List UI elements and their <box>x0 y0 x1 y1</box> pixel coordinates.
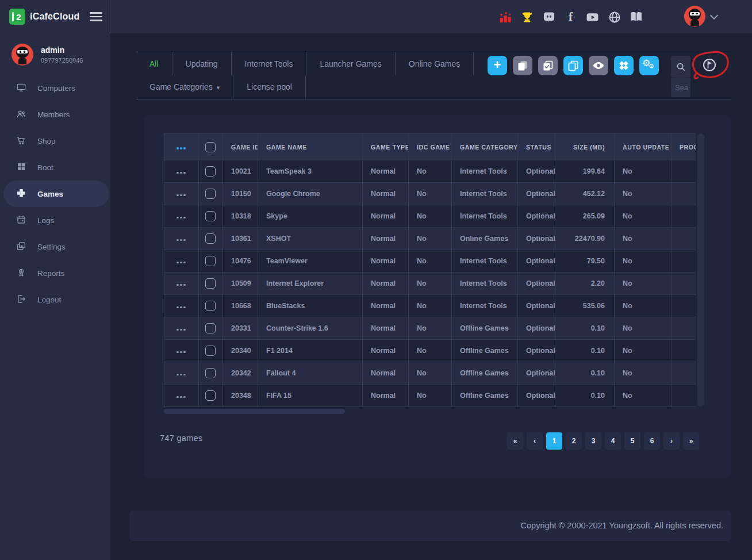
row-checkbox[interactable] <box>205 189 216 199</box>
row-actions-icon[interactable] <box>176 374 186 376</box>
tab-license-pool[interactable]: License pool <box>233 75 306 99</box>
search-input[interactable]: Sea <box>671 78 690 97</box>
tab-internet-tools[interactable]: Internet Tools <box>232 52 307 75</box>
row-checkbox[interactable] <box>205 211 216 221</box>
discord-icon[interactable] <box>542 10 556 24</box>
horizontal-scrollbar-thumb[interactable] <box>164 409 345 414</box>
page-button[interactable]: 6 <box>644 432 660 450</box>
select-all-checkbox[interactable] <box>205 142 216 152</box>
row-actions-icon[interactable] <box>176 239 186 241</box>
tab-launcher-games[interactable]: Launcher Games <box>306 52 395 75</box>
page-button[interactable]: « <box>507 432 523 450</box>
book-icon[interactable] <box>629 10 643 24</box>
cell-size: 535.06 <box>555 295 615 317</box>
row-checkbox[interactable] <box>205 233 216 244</box>
sidebar-item-members[interactable]: Members <box>0 101 110 128</box>
page-button[interactable]: 5 <box>624 432 640 450</box>
copy-check-button[interactable] <box>538 56 558 75</box>
globe-icon[interactable] <box>607 10 621 24</box>
row-actions-icon[interactable] <box>176 396 186 398</box>
row-checkbox[interactable] <box>205 390 216 401</box>
cell-game-category: Offline Games <box>452 362 518 385</box>
ranking-icon[interactable]: ★★★ <box>498 10 512 24</box>
row-checkbox[interactable] <box>205 256 216 266</box>
svg-text:★: ★ <box>508 13 511 16</box>
sidebar-item-computers[interactable]: Computers <box>0 75 110 101</box>
row-actions-icon[interactable] <box>176 329 186 331</box>
sidebar-item-boot[interactable]: Boot <box>0 154 110 181</box>
row-actions-icon[interactable] <box>176 194 186 197</box>
tab-online-games[interactable]: Online Games <box>396 52 474 75</box>
table-header-row: GAME ID GAME NAME GAME TYPE IDC GAME GAM… <box>164 134 696 160</box>
cell-idc-game: No <box>409 362 452 385</box>
cell-progress <box>672 385 696 407</box>
row-checkbox[interactable] <box>205 323 216 333</box>
cell-status: Optional <box>518 340 555 362</box>
youtube-icon[interactable] <box>585 10 600 24</box>
user-avatar[interactable] <box>684 6 705 27</box>
copy-outline-button[interactable] <box>563 56 583 75</box>
sidebar-toggle-hamburger-icon[interactable] <box>90 12 102 24</box>
cell-game-type: Normal <box>363 183 409 205</box>
cell-game-category: Internet Tools <box>452 273 518 295</box>
sidebar-item-shop[interactable]: Shop <box>0 128 110 154</box>
vertical-scrollbar[interactable] <box>697 133 704 406</box>
table-row: 20340 F1 2014 Normal No Offline Games Op… <box>164 340 696 362</box>
row-checkbox[interactable] <box>205 278 216 289</box>
svg-text:★: ★ <box>504 10 507 14</box>
cell-auto-update: No <box>615 317 672 340</box>
page-button[interactable]: 4 <box>605 432 621 450</box>
cell-auto-update: No <box>615 362 672 385</box>
sidebar-item-logout[interactable]: Logout <box>0 286 110 313</box>
diamonds-icon <box>617 59 631 72</box>
cell-game-name: Fallout 4 <box>258 362 363 385</box>
trophy-icon[interactable] <box>520 10 534 24</box>
row-checkbox[interactable] <box>205 301 216 311</box>
row-actions-icon[interactable] <box>176 172 186 174</box>
row-actions-icon[interactable] <box>176 306 186 309</box>
row-actions-icon[interactable] <box>176 217 186 219</box>
cell-idc-game: No <box>409 160 452 183</box>
tab-game-categories[interactable]: Game Categories▾ <box>136 75 233 99</box>
row-actions-icon[interactable] <box>176 284 186 286</box>
header-actions-icon[interactable] <box>176 147 186 149</box>
cell-game-name: FIFA 15 <box>258 385 363 407</box>
cell-game-category: Online Games <box>452 228 518 250</box>
page-button[interactable]: 2 <box>566 432 582 450</box>
row-actions-icon[interactable] <box>176 262 186 264</box>
cell-status: Optional <box>518 160 555 183</box>
search-button[interactable] <box>671 56 690 78</box>
gears-icon: ⚙⚙ <box>642 59 656 72</box>
games-count: 747 games <box>160 433 202 443</box>
earth-flag-icon[interactable] <box>702 57 717 72</box>
page-button[interactable]: » <box>683 432 699 450</box>
tab-updating[interactable]: Updating <box>172 52 232 75</box>
user-menu-chevron-down-icon[interactable] <box>710 11 718 20</box>
page-button[interactable]: 3 <box>585 432 601 450</box>
page-button[interactable]: › <box>663 432 680 450</box>
sidebar-item-games[interactable]: Games <box>3 181 109 207</box>
brand-logo-icon[interactable]: 2 <box>9 9 25 25</box>
toolbar: + ⚙⚙ <box>488 56 659 75</box>
row-actions-icon[interactable] <box>176 351 186 354</box>
view-button[interactable] <box>589 56 608 75</box>
sidebar-item-logs[interactable]: Logs <box>0 207 110 233</box>
settings-button[interactable]: ⚙⚙ <box>639 56 659 75</box>
page-button[interactable]: 1 <box>546 432 562 450</box>
brand-name[interactable]: iCafeCloud <box>30 11 79 22</box>
layers-icon <box>16 241 26 253</box>
col-game-type: GAME TYPE <box>363 134 409 160</box>
row-checkbox[interactable] <box>205 166 216 177</box>
copy-button[interactable] <box>513 56 532 75</box>
facebook-icon[interactable]: f <box>563 10 578 24</box>
tab-all[interactable]: All <box>136 52 172 75</box>
cart-icon <box>16 135 26 147</box>
sidebar-item-reports[interactable]: Reports <box>0 260 110 286</box>
cell-size: 0.10 <box>555 362 615 385</box>
sidebar-item-settings[interactable]: Settings <box>0 233 110 260</box>
row-checkbox[interactable] <box>205 346 216 356</box>
row-checkbox[interactable] <box>205 368 216 378</box>
add-game-button[interactable]: + <box>488 56 507 75</box>
page-button[interactable]: ‹ <box>527 432 543 450</box>
categories-button[interactable] <box>614 56 634 75</box>
